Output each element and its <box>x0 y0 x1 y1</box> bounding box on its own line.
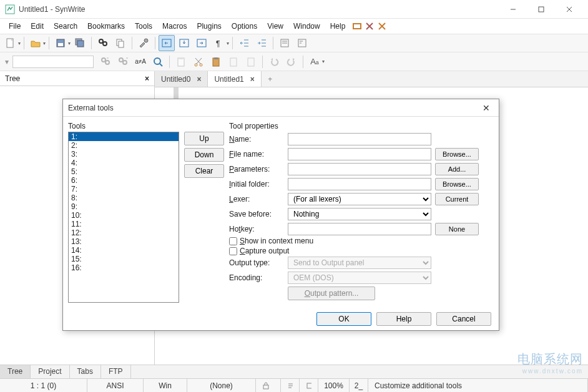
capture-output-checkbox[interactable]: Capture output <box>229 247 494 255</box>
tools-label: Tools <box>68 122 224 130</box>
save-select[interactable]: Nothing <box>288 208 431 220</box>
tools-list-item[interactable]: 16: <box>69 263 179 272</box>
tools-list-item[interactable]: 13: <box>69 237 179 246</box>
encoding-label: Encoding: <box>229 273 284 282</box>
context-menu-checkbox[interactable]: Show in context menu <box>229 237 494 245</box>
browse-file-button[interactable]: Browse... <box>435 148 479 160</box>
ok-button[interactable]: OK <box>316 312 371 326</box>
dialog-backdrop: External tools ✕ Tools 1:2:3:4:5:6:7:8:9… <box>0 0 588 392</box>
external-tools-dialog: External tools ✕ Tools 1:2:3:4:5:6:7:8:9… <box>62 99 499 331</box>
params-label: Parameters: <box>229 165 284 174</box>
hotkey-input[interactable] <box>288 223 431 235</box>
name-input[interactable] <box>288 133 431 145</box>
tools-list[interactable]: 1:2:3:4:5:6:7:8:9:10:11:12:13:14:15:16: <box>68 132 179 303</box>
tools-list-item[interactable]: 11: <box>69 220 179 228</box>
props-label: Tool properties <box>229 122 494 130</box>
dialog-title-bar: External tools ✕ <box>63 99 499 117</box>
lexer-select[interactable]: (For all lexers) <box>288 193 431 205</box>
tools-list-item[interactable]: 5: <box>69 167 179 176</box>
tools-list-item[interactable]: 3: <box>69 150 179 159</box>
output-type-label: Output type: <box>229 258 284 267</box>
none-hotkey-button[interactable]: None <box>435 223 479 235</box>
filename-label: File name: <box>229 150 284 159</box>
tools-list-item[interactable]: 12: <box>69 228 179 237</box>
add-param-button[interactable]: Add... <box>435 163 479 175</box>
tools-list-item[interactable]: 1: <box>69 132 179 141</box>
lexer-label: Lexer: <box>229 195 284 203</box>
current-lexer-button[interactable]: Current <box>435 193 479 205</box>
tools-list-item[interactable]: 4: <box>69 159 179 167</box>
folder-label: Initial folder: <box>229 180 284 189</box>
tools-list-item[interactable]: 15: <box>69 255 179 263</box>
params-input[interactable] <box>288 163 431 175</box>
dialog-footer: OK Help Cancel <box>63 308 499 330</box>
dialog-close-button[interactable]: ✕ <box>479 103 494 113</box>
save-label: Save before: <box>229 210 284 218</box>
down-button[interactable]: Down <box>184 148 224 162</box>
clear-button[interactable]: Clear <box>184 164 224 178</box>
tools-list-item[interactable]: 14: <box>69 246 179 255</box>
tools-list-item[interactable]: 2: <box>69 141 179 150</box>
tools-list-item[interactable]: 6: <box>69 176 179 185</box>
filename-input[interactable] <box>288 148 431 160</box>
folder-input[interactable] <box>288 178 431 190</box>
browse-folder-button[interactable]: Browse... <box>435 178 479 190</box>
tools-list-item[interactable]: 7: <box>69 185 179 194</box>
tools-list-item[interactable]: 8: <box>69 194 179 202</box>
hotkey-label: Hotkey: <box>229 225 284 233</box>
up-button[interactable]: Up <box>184 132 224 145</box>
dialog-title: External tools <box>68 104 479 112</box>
encoding-select: OEM (DOS) <box>288 272 431 284</box>
help-button[interactable]: Help <box>376 312 431 326</box>
tools-list-item[interactable]: 10: <box>69 211 179 220</box>
output-type-select: Send to Output panel <box>288 257 431 269</box>
output-pattern-button: Output pattern... <box>288 287 375 300</box>
tools-list-item[interactable]: 9: <box>69 202 179 211</box>
cancel-button[interactable]: Cancel <box>436 312 491 326</box>
name-label: Name: <box>229 135 284 144</box>
